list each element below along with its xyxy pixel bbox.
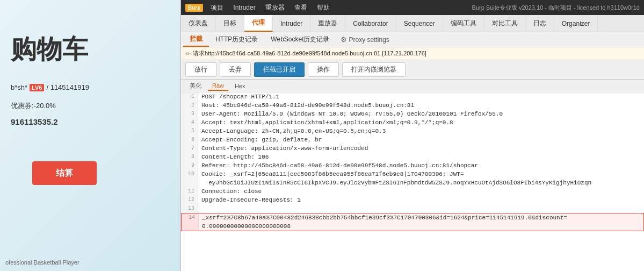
action-bar: 放行 丢弃 拦截已开启 操作 打开内嵌浏览器 <box>181 60 644 80</box>
left-panel: 购物车 b*sh* LV6 / 1145141919 优惠券:-20.0% 91… <box>0 0 180 271</box>
proxy-settings-link[interactable]: ⚙ Proxy settings <box>341 35 389 44</box>
menu-item-view[interactable]: 查看 <box>290 1 312 15</box>
lv-badge: LV6 <box>30 84 44 91</box>
http-line-4: 4 Accept: text/html,application/xhtml+xm… <box>181 118 644 127</box>
http-line-2: 2 Host: 45bc846d-ca58-49a6-812d-de90e99f… <box>181 101 644 110</box>
user-info: b*sh* LV6 / 1145141919 <box>11 83 89 91</box>
sub-tab-intercept[interactable]: 拦截 <box>183 32 209 47</box>
url-bar: ✏ 请求http://45bc846d-ca58-49a6-812d-de90e… <box>181 47 644 60</box>
main-tab-bar: 仪表盘 目标 代理 Intruder 重放器 Collaborator Sequ… <box>181 15 644 32</box>
tab-dashboard[interactable]: 仪表盘 <box>181 15 216 32</box>
http-line-5: 5 Accept-Language: zh-CN,zh;q=0.8,en-US;… <box>181 127 644 136</box>
burp-panel: Burp 项目 Intruder 重放器 查看 帮助 Burp Suite专业版… <box>180 0 644 271</box>
menu-item-intruder[interactable]: Intruder <box>229 2 259 13</box>
http-content[interactable]: 1 POST /shopcar HTTP/1.1 2 Host: 45bc846… <box>181 92 644 271</box>
cart-title: 购物车 <box>11 32 88 67</box>
app-title: Burp Suite专业版 v2023.10 - 临时项目 - licensed… <box>472 4 640 12</box>
http-line-14: 14 _xsrf=2%7C8b67a40a%7C00482d246838cbb2… <box>181 213 644 231</box>
http-line-13: 13 <box>181 204 644 213</box>
tab-repeater[interactable]: 重放器 <box>310 15 345 32</box>
http-line-12: 12 Upgrade-Insecure-Requests: 1 <box>181 196 644 204</box>
menu-item-project[interactable]: 项目 <box>206 1 228 15</box>
intercept-toggle-button[interactable]: 拦截已开启 <box>254 62 305 77</box>
format-tab-raw[interactable]: Raw <box>208 81 228 91</box>
gear-icon: ⚙ <box>341 35 347 44</box>
tab-encoder[interactable]: 编码工具 <box>443 15 484 32</box>
burp-logo: Burp <box>185 4 203 12</box>
action-button[interactable]: 操作 <box>308 62 339 77</box>
tab-proxy[interactable]: 代理 <box>244 15 273 32</box>
menu-item-repeater[interactable]: 重放器 <box>261 1 289 15</box>
format-tabs: 美化 Raw Hex <box>181 80 644 92</box>
pencil-icon: ✏ <box>185 50 191 58</box>
format-tab-hex[interactable]: Hex <box>230 82 250 90</box>
checkout-button[interactable]: 结算 <box>32 161 97 185</box>
proxy-settings-label: Proxy settings <box>349 36 389 44</box>
drop-button[interactable]: 丢弃 <box>220 62 251 77</box>
tab-logger[interactable]: 日志 <box>526 15 554 32</box>
http-line-1: 1 POST /shopcar HTTP/1.1 <box>181 92 644 101</box>
user-id: / 1145141919 <box>46 83 89 91</box>
footer-text: ofessional Basketball Player <box>5 259 79 266</box>
tab-target[interactable]: 目标 <box>216 15 244 32</box>
http-line-9: 9 Referer: http://45bc846d-ca58-49a6-812… <box>181 161 644 170</box>
tab-comparer[interactable]: 对比工具 <box>484 15 526 32</box>
http-line-10a: 10 Cookie: _xsrf=2|65ea8111|eec5083f86b5… <box>181 170 644 179</box>
menu-bar: Burp 项目 Intruder 重放器 查看 帮助 Burp Suite专业版… <box>181 0 644 15</box>
open-browser-button[interactable]: 打开内嵌浏览器 <box>342 62 406 77</box>
sub-tab-http-history[interactable]: HTTP历史记录 <box>209 33 264 46</box>
tab-organizer[interactable]: Organizer <box>554 15 598 32</box>
forward-button[interactable]: 放行 <box>185 62 216 77</box>
discount-info: 优惠券:-20.0% <box>11 101 56 111</box>
http-line-11: 11 Connection: close <box>181 187 644 196</box>
menu-item-help[interactable]: 帮助 <box>313 1 334 15</box>
request-url: 请求http://45bc846d-ca58-49a6-812d-de90e99… <box>193 49 426 58</box>
tab-intruder[interactable]: Intruder <box>273 15 310 32</box>
price-info: 916113535.2 <box>11 117 58 126</box>
http-line-6: 6 Accept-Encoding: gzip, deflate, br <box>181 136 644 144</box>
format-tab-pretty[interactable]: 美化 <box>185 81 206 91</box>
http-line-10b: eyJhbGciOiJIUzI1NiIsInR5cCI6IkpXVCJ9.eyJ… <box>181 179 644 187</box>
tab-collaborator[interactable]: Collaborator <box>345 15 396 32</box>
username: b*sh* <box>11 83 27 91</box>
sub-tab-websocket-history[interactable]: WebSocket历史记录 <box>264 33 336 46</box>
sub-tab-bar: 拦截 HTTP历史记录 WebSocket历史记录 ⚙ Proxy settin… <box>181 32 644 47</box>
http-line-7: 7 Content-Type: application/x-www-form-u… <box>181 144 644 153</box>
http-line-3: 3 User-Agent: Mozilla/5.0 (Windows NT 10… <box>181 110 644 118</box>
tab-sequencer[interactable]: Sequencer <box>396 15 443 32</box>
http-line-8: 8 Content-Length: 106 <box>181 153 644 161</box>
